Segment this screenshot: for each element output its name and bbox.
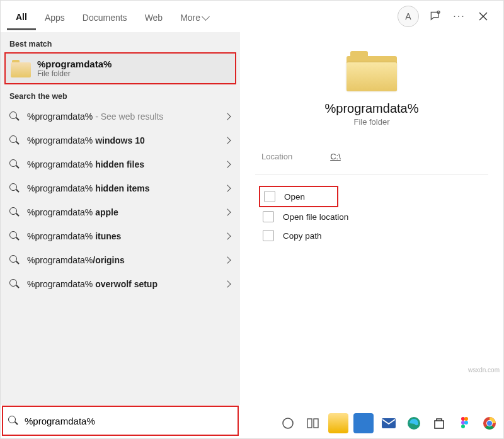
copy-icon (263, 230, 274, 241)
folder-open-icon (263, 211, 274, 222)
chevron-right-icon[interactable] (224, 135, 234, 145)
web-result-text: %programdata% overwolf setup (27, 279, 224, 289)
web-result-text: %programdata% itunes (27, 231, 224, 241)
folder-icon (11, 60, 31, 77)
chevron-right-icon[interactable] (224, 159, 234, 169)
web-result[interactable]: %programdata% windows 10 (1, 128, 240, 152)
web-result-text: %programdata% hidden files (27, 159, 224, 169)
chrome-icon[interactable] (479, 413, 500, 433)
svg-point-10 (464, 417, 468, 421)
svg-point-12 (464, 421, 468, 425)
search-icon (9, 255, 20, 265)
search-icon (9, 111, 20, 122)
close-icon[interactable] (473, 6, 493, 26)
web-result[interactable]: %programdata% overwolf setup (1, 272, 240, 296)
web-result-text: %programdata% - See web results (27, 111, 224, 122)
web-result-text: %programdata% hidden items (27, 183, 224, 193)
action-open-label: Open (284, 192, 305, 202)
preview-panel: %programdata% File folder Location C:\ O… (240, 32, 503, 405)
action-copy-path-label: Copy path (283, 231, 322, 241)
feedback-icon[interactable] (425, 6, 445, 26)
best-match-label: Best match (1, 32, 240, 52)
search-icon (9, 159, 20, 169)
search-filter-tabs: All Apps Documents Web More A ··· (1, 1, 503, 32)
svg-rect-6 (382, 418, 396, 428)
location-value[interactable]: C:\ (330, 152, 341, 161)
search-icon (9, 231, 20, 241)
figma-icon[interactable] (454, 413, 474, 433)
svg-point-17 (487, 421, 492, 426)
web-result[interactable]: %programdata% hidden items (1, 176, 240, 200)
chevron-right-icon[interactable] (224, 207, 234, 217)
action-open[interactable]: Open (259, 186, 338, 207)
folder-icon (346, 51, 397, 91)
open-icon (264, 191, 275, 202)
chevron-down-icon (202, 13, 210, 21)
search-icon (9, 279, 20, 289)
tab-documents[interactable]: Documents (74, 4, 136, 29)
mail-icon[interactable] (379, 413, 399, 433)
tab-more[interactable]: More (171, 4, 217, 29)
search-input[interactable] (23, 406, 238, 435)
chevron-right-icon[interactable] (224, 111, 234, 122)
web-result-text: %programdata% apple (27, 207, 224, 217)
search-icon (9, 135, 20, 145)
web-result[interactable]: %programdata% - See web results (1, 105, 240, 128)
search-icon (9, 207, 20, 217)
web-result-text: %programdata% windows 10 (27, 135, 224, 145)
web-result-text: %programdata%/origins (27, 255, 224, 265)
chevron-right-icon[interactable] (224, 231, 234, 241)
store-icon[interactable] (429, 413, 449, 433)
account-avatar[interactable]: A (398, 6, 419, 27)
svg-rect-5 (314, 419, 318, 428)
location-label: Location (261, 152, 292, 161)
svg-point-3 (283, 418, 293, 428)
preview-title: %programdata% (325, 101, 419, 116)
cortana-icon[interactable] (278, 413, 298, 433)
web-result[interactable]: %programdata% apple (1, 200, 240, 224)
chevron-right-icon[interactable] (224, 279, 234, 289)
web-result[interactable]: %programdata%/origins (1, 248, 240, 272)
svg-rect-8 (435, 421, 444, 428)
best-match-title: %programdata% (37, 59, 112, 69)
tab-all[interactable]: All (7, 3, 36, 30)
preview-subtitle: File folder (353, 117, 389, 127)
watermark: wsxdn.com (468, 367, 500, 373)
task-view-icon[interactable] (303, 413, 323, 433)
file-explorer-icon[interactable] (328, 413, 348, 433)
action-open-location-label: Open file location (283, 212, 348, 222)
tab-apps[interactable]: Apps (36, 4, 74, 29)
results-panel: Best match %programdata% File folder Sea… (1, 32, 240, 405)
search-box[interactable] (2, 406, 239, 436)
web-result[interactable]: %programdata% itunes (1, 224, 240, 248)
action-open-file-location[interactable]: Open file location (259, 207, 484, 226)
svg-rect-4 (307, 419, 312, 428)
chevron-right-icon[interactable] (224, 183, 234, 193)
more-options-icon[interactable]: ··· (449, 6, 469, 26)
action-copy-path[interactable]: Copy path (259, 226, 484, 245)
web-result[interactable]: %programdata% hidden files (1, 152, 240, 176)
search-icon (8, 416, 18, 426)
taskbar (274, 408, 503, 438)
search-icon (9, 183, 20, 193)
tab-web[interactable]: Web (136, 4, 172, 29)
app-icon[interactable] (353, 413, 374, 433)
svg-point-13 (461, 425, 465, 428)
search-web-label: Search the web (1, 84, 240, 105)
web-results-list: %programdata% - See web results%programd… (1, 105, 240, 296)
best-match-subtitle: File folder (37, 69, 112, 78)
edge-icon[interactable] (404, 413, 424, 433)
chevron-right-icon[interactable] (224, 255, 234, 265)
best-match-result[interactable]: %programdata% File folder (4, 52, 236, 84)
